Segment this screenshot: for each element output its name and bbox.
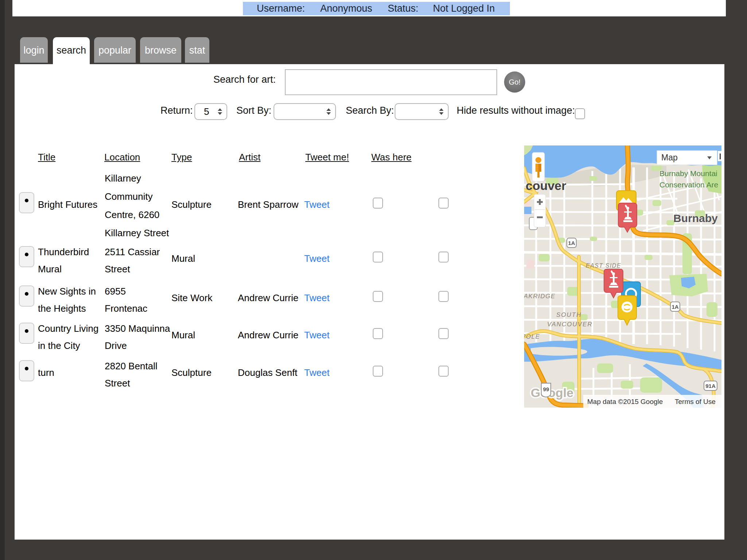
svg-text:SOUTH: SOUTH [556,311,582,318]
svg-text:VANCOUVER: VANCOUVER [547,321,593,328]
svg-text:99: 99 [543,386,549,392]
svg-text:Burnaby Mountai: Burnaby Mountai [659,169,717,178]
svg-text:1A: 1A [568,240,575,246]
svg-text:91A: 91A [705,383,716,389]
svg-text:couver: couver [526,179,566,192]
svg-text:1A: 1A [671,304,678,310]
svg-text:Conservation Are: Conservation Are [659,180,718,189]
svg-text:Map data ©2015 Google: Map data ©2015 Google [587,398,663,405]
svg-text:MARPOLE: MARPOLE [524,333,540,340]
svg-text:OAKRIDGE: OAKRIDGE [524,293,556,300]
svg-text:Terms of Use: Terms of Use [675,398,716,405]
svg-text:Map: Map [661,153,678,162]
svg-text:Google: Google [531,386,573,400]
svg-text:EAST SIDE: EAST SIDE [586,262,621,269]
svg-text:Burnaby: Burnaby [673,212,718,224]
